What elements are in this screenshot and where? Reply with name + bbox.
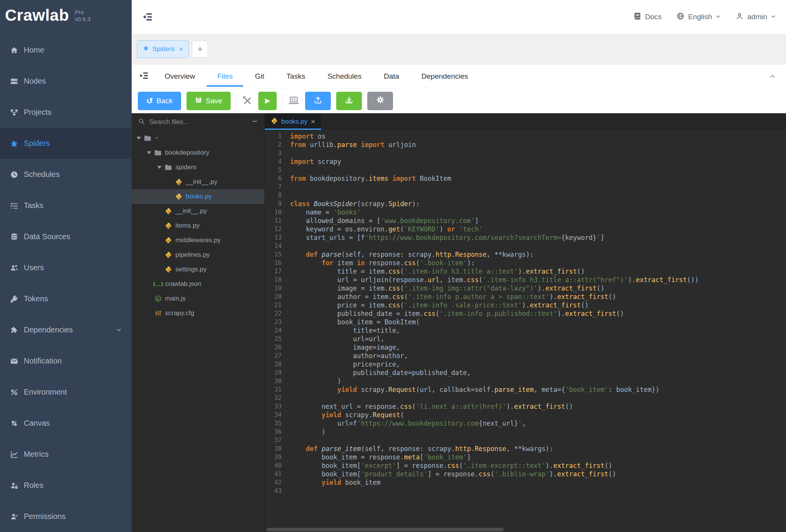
tools-icon[interactable] bbox=[242, 95, 253, 106]
tree-item-pipelines-py[interactable]: pipelines.py bbox=[132, 248, 264, 262]
close-icon[interactable]: × bbox=[311, 118, 315, 125]
sidebar-item-data-sources[interactable]: Data Sources bbox=[0, 221, 132, 252]
sidebar-fold-icon[interactable] bbox=[142, 11, 153, 23]
sidebar-item-roles[interactable]: Roles bbox=[0, 470, 132, 501]
code-line[interactable]: 9class BooksSpider(scrapy.Spider): bbox=[265, 200, 786, 208]
code-area[interactable]: 1import os2from urllib.parse import urlj… bbox=[265, 130, 786, 532]
sidebar-item-users[interactable]: Users bbox=[0, 252, 132, 283]
sidebar-item-home[interactable]: Home bbox=[0, 35, 132, 66]
code-line[interactable]: 28 price=price, bbox=[265, 360, 786, 368]
caret-down-icon[interactable] bbox=[157, 166, 162, 169]
tree-item-bookdepository[interactable]: bookdepository bbox=[132, 145, 264, 160]
sidebar-item-tasks[interactable]: Tasks bbox=[0, 190, 132, 221]
tab-overview[interactable]: Overview bbox=[165, 64, 195, 88]
code-line[interactable]: 1import os bbox=[265, 132, 786, 140]
app-logo[interactable]: Crawlab Pro v0.6.3 bbox=[0, 0, 132, 35]
code-line[interactable]: 18 url = urljoin(response.url, item.css(… bbox=[265, 276, 786, 284]
tab-dependencies[interactable]: Dependencies bbox=[421, 64, 468, 88]
caret-down-icon[interactable] bbox=[147, 151, 151, 154]
tree-item-init-py[interactable]: __init__.py bbox=[132, 204, 264, 218]
code-line[interactable]: 36 ) bbox=[265, 428, 786, 436]
tree-item-scrapy-cfg[interactable]: scrapy.cfg bbox=[132, 306, 264, 321]
settings-button[interactable] bbox=[367, 92, 393, 110]
sidebar-item-spiders[interactable]: Spiders bbox=[0, 128, 132, 159]
tree-item-crawlab-json[interactable]: {..}crawlab.json bbox=[132, 277, 264, 291]
tree-item-middlewares-py[interactable]: middlewares.py bbox=[132, 233, 264, 248]
code-line[interactable]: 17 title = item.css('.item-info h3.title… bbox=[265, 267, 786, 276]
code-line[interactable]: 38 def parse_item(self, response: scrapy… bbox=[265, 444, 786, 453]
code-line[interactable]: 25 url=url, bbox=[265, 335, 786, 343]
sidebar-item-canvas[interactable]: Canvas bbox=[0, 408, 132, 439]
code-line[interactable]: 31 yield scrapy.Request(url, callback=se… bbox=[265, 385, 786, 394]
save-button[interactable]: Save bbox=[187, 92, 231, 110]
code-line[interactable]: 6from bookdepository.items import BookIt… bbox=[265, 174, 786, 183]
code-line[interactable]: 42 yield book_item bbox=[265, 478, 786, 487]
download-button[interactable] bbox=[336, 92, 362, 110]
tree-item-spiders[interactable]: spiders bbox=[132, 160, 264, 175]
code-line[interactable]: 15 def parse(self, response: scrapy.http… bbox=[265, 250, 786, 259]
tree-item-main-js[interactable]: jsmain.js bbox=[132, 291, 264, 306]
caret-down-icon[interactable] bbox=[137, 137, 141, 140]
code-line[interactable]: 30 ) bbox=[265, 377, 786, 385]
code-line[interactable]: 16 for item in response.css('.book-item'… bbox=[265, 259, 786, 267]
code-line[interactable]: 39 book_item = response.meta['book_item'… bbox=[265, 453, 786, 461]
code-line[interactable]: 10 name = 'books' bbox=[265, 208, 786, 216]
code-line[interactable]: 26 image=image, bbox=[265, 343, 786, 352]
code-line[interactable]: 13 start_urls = [f'https://www.bookdepos… bbox=[265, 233, 786, 242]
console-laptop-icon[interactable] bbox=[288, 95, 300, 107]
language-selector[interactable]: English bbox=[676, 12, 721, 22]
docs-link[interactable]: Docs bbox=[633, 12, 662, 22]
tree-item-init-py[interactable]: __init__.py bbox=[132, 175, 264, 189]
sidebar-item-environment[interactable]: Environment bbox=[0, 377, 132, 408]
code-line[interactable]: 27 author=author, bbox=[265, 352, 786, 360]
code-line[interactable]: 29 published_date=published_date, bbox=[265, 368, 786, 377]
editor-tab-books-py[interactable]: books.py × bbox=[265, 113, 321, 130]
code-line[interactable]: 21 price = item.css('.item-info .sale-pr… bbox=[265, 301, 786, 309]
code-line[interactable]: 32 bbox=[265, 394, 786, 402]
tree-item-settings-py[interactable]: settings.py bbox=[132, 262, 264, 277]
code-line[interactable]: 3 bbox=[265, 149, 786, 157]
minus-icon[interactable] bbox=[252, 118, 258, 126]
sidebar-item-nodes[interactable]: Nodes bbox=[0, 66, 132, 97]
code-line[interactable]: 8 bbox=[265, 191, 786, 200]
sidebar-item-tokens[interactable]: Tokens bbox=[0, 283, 132, 314]
back-button[interactable]: ↺ Back bbox=[138, 92, 181, 110]
code-line[interactable]: 34 yield scrapy.Request( bbox=[265, 411, 786, 419]
code-line[interactable]: 35 url=f'https://www.bookdepository.com{… bbox=[265, 419, 786, 428]
add-tab-button[interactable]: + bbox=[192, 41, 208, 58]
sidebar-item-schedules[interactable]: Schedules bbox=[0, 159, 132, 190]
sidebar-item-dependencies[interactable]: Dependencies bbox=[0, 314, 132, 345]
code-line[interactable]: 40 book_item['excerpt'] = response.css('… bbox=[265, 461, 786, 470]
code-line[interactable]: 24 title=title, bbox=[265, 326, 786, 335]
code-line[interactable]: 5 bbox=[265, 166, 786, 174]
sidebar-item-permissions[interactable]: Permissions bbox=[0, 501, 132, 532]
code-line[interactable]: 33 next_url = response.css('li.next a::a… bbox=[265, 402, 786, 411]
search-input[interactable] bbox=[149, 118, 248, 126]
code-line[interactable]: 14 bbox=[265, 242, 786, 250]
tab-tasks[interactable]: Tasks bbox=[287, 64, 305, 88]
tree-item-books-py[interactable]: books.py bbox=[132, 189, 264, 204]
code-line[interactable]: 12 keyword = os.environ.get('KEYWORD') o… bbox=[265, 225, 786, 233]
sidebar-item-metrics[interactable]: Metrics bbox=[0, 439, 132, 470]
tree-item-items-py[interactable]: items.py bbox=[132, 218, 264, 233]
sidebar-item-notification[interactable]: Notification bbox=[0, 345, 132, 377]
chevron-up-icon[interactable] bbox=[769, 64, 776, 88]
tab-files[interactable]: Files bbox=[217, 64, 233, 88]
tab-data[interactable]: Data bbox=[384, 64, 399, 88]
code-line[interactable]: 37 bbox=[265, 436, 786, 444]
close-icon[interactable]: × bbox=[179, 46, 183, 53]
code-line[interactable]: 11 allowed_domains = ['www.bookdepositor… bbox=[265, 216, 786, 225]
run-button[interactable]: ▶ bbox=[258, 92, 277, 110]
upload-button[interactable] bbox=[305, 92, 331, 110]
tab-schedules[interactable]: Schedules bbox=[327, 64, 362, 88]
code-line[interactable]: 43 bbox=[265, 487, 786, 495]
sidebar-item-projects[interactable]: Projects bbox=[0, 97, 132, 128]
route-tab-spiders[interactable]: Spiders × bbox=[137, 40, 189, 58]
user-menu[interactable]: admin bbox=[735, 12, 776, 22]
code-line[interactable]: 20 author = item.css('.item-info p.autho… bbox=[265, 292, 786, 301]
code-line[interactable]: 4import scrapy bbox=[265, 157, 786, 166]
code-line[interactable]: 2from urllib.parse import urljoin bbox=[265, 140, 786, 149]
horizontal-scrollbar[interactable] bbox=[266, 528, 504, 531]
code-line[interactable]: 23 book_item = BookItem( bbox=[265, 318, 786, 326]
code-line[interactable]: 7 bbox=[265, 183, 786, 191]
